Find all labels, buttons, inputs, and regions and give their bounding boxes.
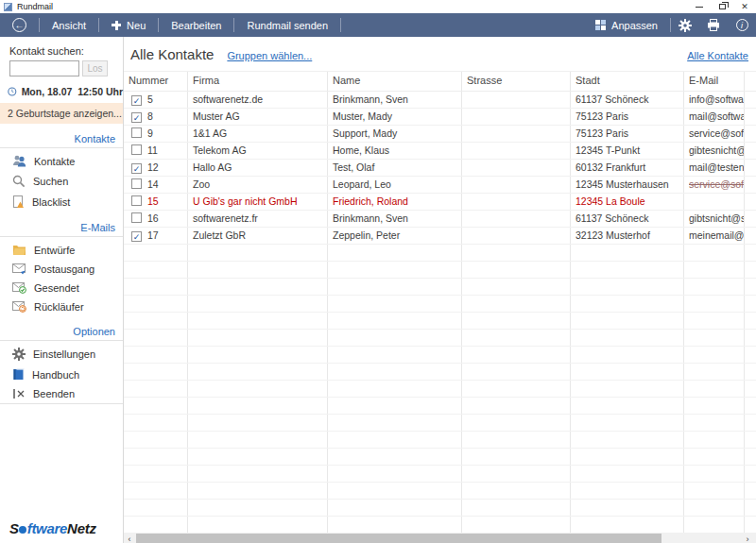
ansicht-button[interactable]: Ansicht — [40, 13, 98, 37]
empty-cell — [571, 313, 684, 329]
row-strasse-cell — [462, 211, 571, 227]
row-firma-cell: Zuletzt GbR — [188, 228, 328, 244]
contact-search-input[interactable] — [9, 60, 79, 76]
logo-netz: Netz — [67, 520, 95, 536]
choose-groups-link[interactable]: Gruppen wählen... — [227, 50, 312, 61]
empty-cell — [571, 330, 684, 346]
row-filler — [745, 330, 756, 346]
table-rows: ✓5softwarenetz.deBrinkmann, Sven61137 Sc… — [124, 92, 756, 534]
row-checkbox[interactable]: ✓ — [131, 163, 142, 174]
scroll-right-icon[interactable]: › — [742, 534, 753, 543]
empty-cell — [684, 313, 745, 329]
empty-cell — [684, 415, 745, 431]
table-row[interactable]: ✓17Zuletzt GbRZeppelin, Peter32123 Muste… — [124, 228, 756, 245]
divider — [0, 236, 123, 237]
empty-cell — [124, 262, 188, 278]
sidebar-item-beenden[interactable]: Beenden — [0, 384, 123, 403]
table-row-empty — [124, 449, 756, 466]
column-header-firma[interactable]: Firma — [188, 72, 328, 91]
print-button[interactable] — [699, 13, 728, 37]
empty-cell — [328, 245, 462, 261]
table-row[interactable]: 15U Gib's gar nicht GmbHFriedrich, Rolan… — [124, 194, 756, 211]
sidebar-item-label: Beenden — [33, 388, 75, 399]
column-header-email[interactable]: E-Mail — [684, 72, 745, 91]
sidebar-item-label: Rückläufer — [34, 301, 84, 313]
birthdays-banner[interactable]: 2 Geburtstage anzeigen... — [0, 103, 123, 124]
sidebar-item-entwuerfe[interactable]: Entwürfe — [0, 240, 123, 260]
section-header-optionen: Optionen — [0, 316, 123, 340]
row-checkbox[interactable] — [131, 178, 142, 189]
empty-cell — [124, 364, 188, 380]
info-button[interactable]: i — [728, 13, 756, 37]
row-checkbox[interactable] — [131, 144, 142, 155]
row-strasse-cell — [462, 126, 571, 142]
scrollbar-thumb[interactable] — [136, 534, 662, 543]
close-button[interactable]: ✕ — [733, 0, 756, 13]
table-row[interactable]: 16softwarenetz.frBrinkmann, Sven61137 Sc… — [124, 211, 756, 228]
table-row[interactable]: 11Telekom AGHome, Klaus12345 T-Punktgibt… — [124, 143, 756, 160]
table-row[interactable]: 91&1 AGSupport, Mady75123 Parisservice@s… — [124, 126, 756, 143]
empty-cell — [188, 466, 328, 482]
row-checkbox[interactable] — [131, 212, 142, 223]
row-filler — [745, 483, 756, 499]
row-filler — [745, 143, 756, 159]
empty-cell — [684, 432, 745, 448]
neu-button[interactable]: Neu — [99, 13, 158, 37]
empty-cell — [188, 262, 328, 278]
table-row[interactable]: ✓5softwarenetz.deBrinkmann, Sven61137 Sc… — [124, 92, 756, 109]
column-header-nummer[interactable]: Nummer — [124, 72, 188, 91]
search-icon — [12, 175, 26, 188]
sidebar-item-gesendet[interactable]: Gesendet — [0, 279, 123, 297]
column-header-stadt[interactable]: Stadt — [571, 72, 684, 91]
row-email-cell: mail@testen.de — [684, 160, 745, 176]
sidebar-item-kontakte[interactable]: Kontakte — [0, 151, 123, 171]
row-checkbox[interactable] — [131, 127, 142, 138]
empty-cell — [328, 466, 462, 482]
row-checkbox[interactable]: ✓ — [131, 95, 142, 106]
sidebar-item-ruecklaeufer[interactable]: Rückläufer — [0, 297, 123, 316]
bearbeiten-button[interactable]: Bearbeiten — [159, 13, 233, 37]
row-filler — [745, 126, 756, 142]
column-header-strasse[interactable]: Strasse — [462, 72, 571, 91]
toolbar-separator — [340, 18, 341, 32]
settings-gear-icon — [12, 348, 26, 361]
rundmail-senden-button[interactable]: Rundmail senden — [234, 13, 340, 37]
restore-button[interactable] — [711, 0, 733, 13]
los-button[interactable]: Los — [82, 60, 108, 76]
row-checkbox[interactable] — [131, 195, 142, 206]
empty-cell — [328, 347, 462, 363]
minimize-button[interactable] — [688, 0, 711, 13]
empty-cell — [462, 398, 571, 414]
sidebar-item-blacklist[interactable]: Blacklist — [0, 192, 123, 212]
row-firma-cell: softwarenetz.fr — [188, 211, 328, 227]
back-button[interactable]: ← — [0, 13, 39, 37]
empty-cell — [462, 347, 571, 363]
empty-cell — [188, 364, 328, 380]
settings-toolbar-button[interactable] — [671, 13, 699, 37]
all-contacts-link[interactable]: Alle Kontakte — [687, 50, 748, 61]
horizontal-scrollbar[interactable]: ‹ › — [124, 534, 756, 543]
datetime-text: Mon, 18.07 12:50 Uhr — [22, 86, 123, 97]
sidebar-item-label: Gesendet — [34, 282, 79, 294]
anpassen-button[interactable]: Anpassen — [583, 13, 670, 37]
sidebar-item-einstellungen[interactable]: Einstellungen — [0, 344, 123, 365]
sidebar-item-handbuch[interactable]: Handbuch — [0, 365, 123, 384]
table-row[interactable]: ✓8Muster AGMuster, Mady75123 Parismail@s… — [124, 109, 756, 126]
plus-icon — [112, 21, 121, 30]
empty-cell — [571, 296, 684, 312]
divider — [0, 340, 123, 341]
row-checkbox[interactable]: ✓ — [131, 112, 142, 123]
row-checkbox[interactable]: ✓ — [131, 231, 142, 242]
empty-cell — [684, 500, 745, 516]
outbox-envelope-icon — [12, 263, 26, 275]
row-nummer-cell: 14 — [124, 177, 188, 193]
sidebar-item-suchen[interactable]: Suchen — [0, 171, 123, 192]
column-header-name[interactable]: Name — [328, 72, 462, 91]
divider — [0, 147, 123, 148]
empty-cell — [684, 364, 745, 380]
table-row[interactable]: ✓12Hallo AGTest, Olaf60132 Frankfurtmail… — [124, 160, 756, 177]
sidebar-item-postausgang[interactable]: Postausgang — [0, 260, 123, 279]
sidebar-item-label: Handbuch — [32, 369, 79, 381]
scroll-left-icon[interactable]: ‹ — [124, 534, 135, 543]
table-row[interactable]: 14ZooLeopard, Leo12345 Musterhausenservi… — [124, 177, 756, 194]
